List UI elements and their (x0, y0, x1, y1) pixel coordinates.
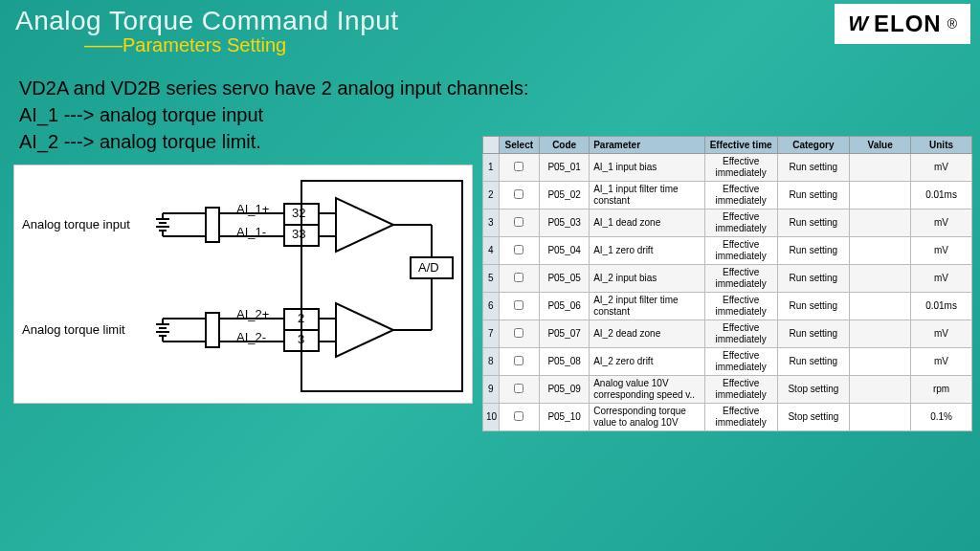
row-number: 8 (483, 348, 500, 376)
row-effective-time: Effective immediately (704, 376, 777, 404)
row-value (850, 209, 911, 237)
row-number: 7 (483, 320, 500, 348)
row-number: 2 (483, 182, 500, 209)
diagram-label-torque-limit: Analog torque limit (22, 322, 125, 337)
row-checkbox[interactable] (514, 328, 523, 338)
table-row[interactable]: 9P05_09Analog value 10V corresponding sp… (483, 376, 972, 404)
diagram-pin-3: 3 (298, 332, 304, 346)
row-code: P05_10 (540, 404, 590, 431)
row-parameter: AI_2 input filter time constant (590, 293, 705, 320)
row-parameter: AI_2 zero drift (590, 348, 705, 376)
header-parameter: Parameter (590, 137, 705, 154)
diagram-signal-ai1n: AI_1- (236, 225, 266, 239)
row-effective-time: Effective immediately (704, 182, 777, 209)
svg-marker-6 (336, 303, 393, 357)
row-select-cell (499, 265, 540, 293)
row-parameter: AI_2 input bias (590, 265, 705, 293)
page-subtitle: ——Parameters Setting (84, 34, 399, 56)
row-checkbox[interactable] (514, 384, 523, 393)
row-category: Run setting (777, 237, 850, 265)
table-row[interactable]: 1P05_01AI_1 input biasEffective immediat… (483, 154, 972, 182)
row-effective-time: Effective immediately (704, 320, 777, 348)
table-row[interactable]: 2P05_02AI_1 input filter time constantEf… (483, 182, 972, 209)
row-code: P05_08 (540, 348, 590, 376)
row-category: Stop setting (777, 376, 850, 404)
row-units: mV (911, 237, 972, 265)
table-row[interactable]: 4P05_04AI_1 zero driftEffective immediat… (483, 237, 972, 265)
row-checkbox[interactable] (514, 162, 523, 171)
row-code: P05_02 (540, 182, 590, 209)
row-category: Run setting (777, 348, 850, 376)
table-header-row: Select Code Parameter Effective time Cat… (483, 137, 972, 154)
row-effective-time: Effective immediately (704, 293, 777, 320)
row-checkbox[interactable] (514, 300, 523, 310)
svg-rect-27 (206, 313, 219, 347)
header-code: Code (540, 137, 590, 154)
row-number: 3 (483, 209, 500, 237)
row-effective-time: Effective immediately (704, 154, 777, 182)
row-select-cell (499, 237, 540, 265)
row-units: mV (911, 265, 972, 293)
row-effective-time: Effective immediately (704, 265, 777, 293)
table-row[interactable]: 8P05_08AI_2 zero driftEffective immediat… (483, 348, 972, 376)
table-row[interactable]: 10P05_10Corresponding torque value to an… (483, 404, 972, 431)
logo-mark-icon: W (848, 11, 868, 36)
row-effective-time: Effective immediately (704, 209, 777, 237)
row-category: Stop setting (777, 404, 850, 431)
row-checkbox[interactable] (514, 273, 523, 282)
row-category: Run setting (777, 154, 850, 182)
table-row[interactable]: 5P05_05AI_2 input biasEffective immediat… (483, 265, 972, 293)
row-checkbox[interactable] (514, 217, 523, 227)
row-effective-time: Effective immediately (704, 404, 777, 431)
row-units: mV (911, 348, 972, 376)
row-code: P05_05 (540, 265, 590, 293)
header-value: Value (850, 137, 911, 154)
header-category: Category (777, 137, 850, 154)
row-parameter: Analog value 10V corresponding speed v.. (590, 376, 705, 404)
row-category: Run setting (777, 182, 850, 209)
header-rownum (483, 137, 500, 154)
row-select-cell (499, 182, 540, 209)
row-select-cell (499, 404, 540, 431)
row-checkbox[interactable] (514, 411, 523, 421)
row-checkbox[interactable] (514, 189, 523, 199)
row-select-cell (499, 348, 540, 376)
registered-icon: ® (947, 16, 957, 32)
header: Analog Torque Command Input ——Parameters… (0, 0, 980, 69)
row-number: 1 (483, 154, 500, 182)
row-value (850, 265, 911, 293)
header-select: Select (499, 137, 540, 154)
row-category: Run setting (777, 293, 850, 320)
row-category: Run setting (777, 265, 850, 293)
row-code: P05_04 (540, 237, 590, 265)
row-value (850, 376, 911, 404)
row-parameter: AI_1 dead zone (590, 209, 705, 237)
diagram-ad-label: A/D (418, 260, 439, 275)
page-title: Analog Torque Command Input (15, 6, 399, 36)
row-number: 4 (483, 237, 500, 265)
row-parameter: AI_2 dead zone (590, 320, 705, 348)
row-number: 5 (483, 265, 500, 293)
row-value (850, 320, 911, 348)
table-row[interactable]: 7P05_07AI_2 dead zoneEffective immediate… (483, 320, 972, 348)
row-units: 0.1% (911, 404, 972, 431)
row-value (850, 237, 911, 265)
diagram-pin-32: 32 (292, 206, 305, 220)
table-row[interactable]: 3P05_03AI_1 dead zoneEffective immediate… (483, 209, 972, 237)
row-select-cell (499, 209, 540, 237)
row-checkbox[interactable] (514, 245, 523, 254)
table-row[interactable]: 6P05_06AI_2 input filter time constantEf… (483, 293, 972, 320)
intro-line-2: AI_1 ---> analog torque input (19, 101, 980, 128)
row-units: mV (911, 320, 972, 348)
row-units: mV (911, 154, 972, 182)
diagram-signal-ai1p: AI_1+ (236, 202, 269, 216)
parameter-table-container: Select Code Parameter Effective time Cat… (482, 136, 972, 431)
header-units: Units (911, 137, 972, 154)
row-number: 9 (483, 376, 500, 404)
row-select-cell (499, 376, 540, 404)
row-parameter: AI_1 input filter time constant (590, 182, 705, 209)
brand-logo: W ELON ® (835, 4, 970, 44)
row-number: 6 (483, 293, 500, 320)
row-code: P05_03 (540, 209, 590, 237)
row-checkbox[interactable] (514, 356, 523, 365)
